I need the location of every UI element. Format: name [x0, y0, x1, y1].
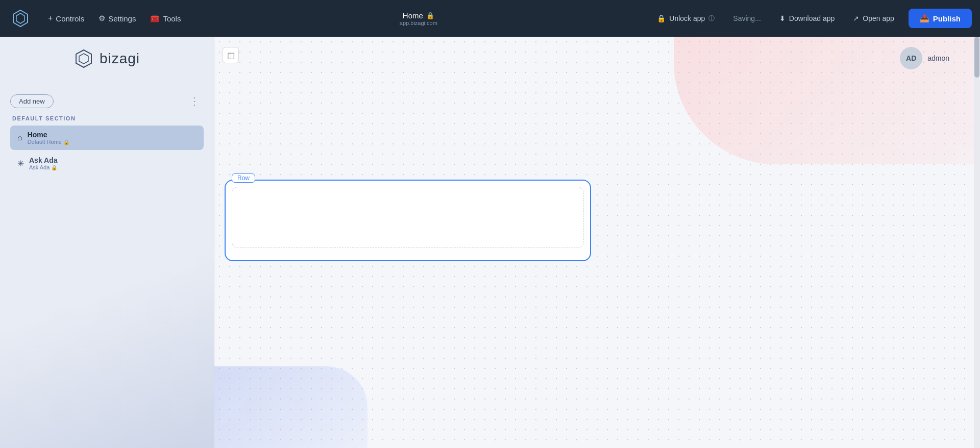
publish-icon: 📤 [920, 14, 929, 23]
home-item-sub: Default Home 🔒 [28, 139, 69, 145]
lock-icon: 🔒 [426, 12, 434, 19]
tools-icon: 🧰 [150, 14, 160, 23]
sidebar-logo-text: bizagi [100, 51, 140, 67]
tools-button[interactable]: 🧰 Tools [143, 10, 188, 27]
top-navigation: + Controls ⚙ Settings 🧰 Tools Home 🔒 app… [0, 0, 980, 37]
row-label: Row [232, 173, 255, 183]
home-item-subtitle: Default Home [28, 139, 62, 145]
publish-button[interactable]: 📤 Publish [909, 9, 972, 28]
controls-button[interactable]: + Controls [41, 10, 91, 27]
selected-row-card[interactable]: Row [225, 180, 591, 261]
unlock-app-button[interactable]: 🔒 Unlock app ⓘ [649, 10, 723, 27]
add-new-button[interactable]: Add new [10, 94, 54, 108]
lock-icon: 🔒 [63, 139, 69, 145]
ask-ada-item-text: Ask Ada Ask Ada 🔒 [29, 156, 58, 170]
main-area: bizagi Add new ⋮ DEFAULT SECTION ⌂ Home … [0, 37, 980, 448]
page-title-area: Home 🔒 app.bizagi.com [400, 11, 437, 26]
section-label: DEFAULT SECTION [10, 115, 204, 121]
tools-label: Tools [163, 14, 181, 23]
avatar-circle: AD [900, 47, 922, 69]
page-subtitle: app.bizagi.com [400, 20, 437, 26]
user-avatar-area[interactable]: AD admon [900, 47, 949, 69]
settings-button[interactable]: ⚙ Settings [91, 10, 143, 27]
sidebar: bizagi Add new ⋮ DEFAULT SECTION ⌂ Home … [0, 37, 214, 448]
ask-ada-item-subtitle: Ask Ada [29, 164, 50, 170]
settings-icon: ⚙ [99, 14, 105, 23]
bizagi-logo [8, 6, 33, 31]
more-options-button[interactable]: ⋮ [185, 93, 204, 109]
card-inner-selected [232, 187, 584, 248]
scrollbar-thumb[interactable] [974, 37, 979, 78]
add-new-label: Add new [19, 97, 45, 105]
open-label: Open app [863, 14, 894, 22]
scrollbar-track[interactable] [974, 37, 980, 448]
download-label: Download app [789, 14, 835, 22]
saving-label: Saving... [733, 14, 761, 22]
collapse-panel-button[interactable]: ◫ [223, 47, 239, 63]
canvas-area: ◫ AD admon [214, 37, 980, 448]
user-initials: AD [906, 54, 916, 62]
settings-label: Settings [108, 14, 136, 23]
user-name: admon [927, 54, 949, 62]
ask-ada-icon: ✳ [17, 159, 24, 168]
download-icon: ⬇ [779, 14, 786, 22]
page-title: Home [403, 11, 423, 20]
lock-icon: 🔒 [51, 165, 57, 170]
publish-label: Publish [933, 14, 961, 23]
ask-ada-item-title: Ask Ada [29, 156, 58, 164]
home-icon: ⌂ [17, 133, 22, 142]
sidebar-item-ask-ada[interactable]: ✳ Ask Ada Ask Ada 🔒 [10, 151, 204, 176]
sidebar-item-home[interactable]: ⌂ Home Default Home 🔒 [10, 126, 204, 150]
external-link-icon: ↗ [853, 14, 859, 22]
sidebar-top-row: Add new ⋮ [10, 93, 204, 109]
collapse-icon: ◫ [227, 51, 235, 60]
plus-icon: + [48, 14, 53, 23]
sidebar-logo: bizagi [10, 49, 204, 79]
card-column-left-bottom: Row [225, 180, 591, 261]
ask-ada-item-sub: Ask Ada 🔒 [29, 164, 58, 170]
controls-label: Controls [56, 14, 84, 23]
info-icon: ⓘ [708, 14, 715, 23]
unlock-label: Unlock app [669, 14, 705, 22]
download-app-button[interactable]: ⬇ Download app [771, 10, 843, 27]
lock-icon: 🔒 [657, 14, 666, 22]
home-item-text: Home Default Home 🔒 [28, 131, 69, 145]
home-item-title: Home [28, 131, 69, 139]
open-app-button[interactable]: ↗ Open app [845, 10, 902, 27]
topnav-right-actions: 🔒 Unlock app ⓘ Saving... ⬇ Download app … [649, 9, 972, 28]
saving-indicator: Saving... [725, 10, 769, 27]
